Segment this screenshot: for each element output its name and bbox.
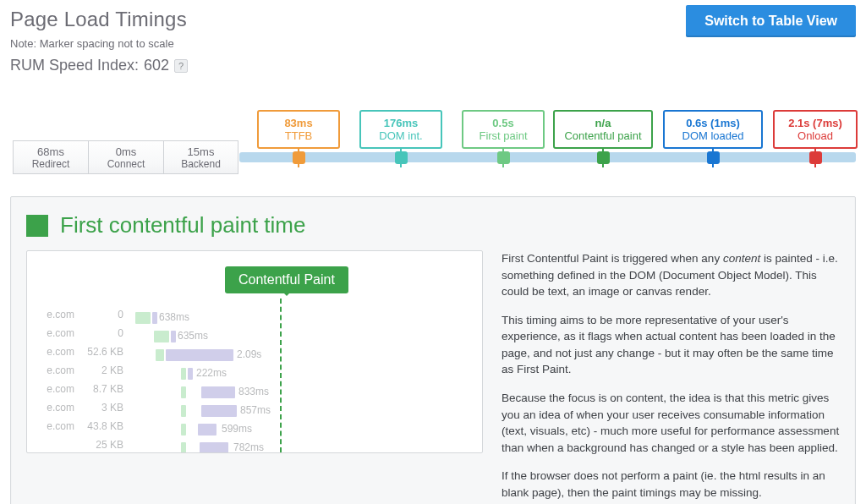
waterfall-row: e.com43.8 KB599ms <box>27 420 482 439</box>
panel-title: First contentful paint time <box>60 212 305 238</box>
marker-dom-node <box>395 151 408 164</box>
marker-dl-node <box>707 151 720 164</box>
timeline-track <box>239 152 856 162</box>
waterfall-row: e.com52.6 KB2.09s <box>27 346 482 364</box>
marker-ttfb-node <box>293 151 305 164</box>
note-text: Note: Marker spacing not to scale <box>10 37 856 50</box>
marker-cp-node <box>597 151 610 164</box>
timeline: 68msRedirect0msConnect15msBackend 83ms T… <box>10 81 856 174</box>
contentful-paint-flag: Contentful Paint <box>225 266 348 293</box>
marker-onl-node <box>809 151 822 164</box>
waterfall-row: e.com8.7 KB833ms <box>27 383 482 402</box>
marker-onload[interactable]: 2.1s (7ms) Onload <box>773 110 858 149</box>
marker-contentful-paint[interactable]: n/a Contentful paint <box>553 110 653 149</box>
switch-table-view-button[interactable]: Switch to Table View <box>686 5 856 37</box>
marker-ttfb[interactable]: 83ms TTFB <box>257 110 340 149</box>
help-icon[interactable]: ? <box>174 59 188 73</box>
pre-phase-redirect[interactable]: 68msRedirect <box>13 140 88 174</box>
detail-panel: First contentful paint time Contentful P… <box>10 196 856 504</box>
rum-speed-index: RUM Speed Index: 602 ? <box>10 57 856 74</box>
rum-label: RUM Speed Index: <box>10 57 139 74</box>
waterfall-rows: e.com0638mse.com0635mse.com52.6 KB2.09se… <box>27 309 482 453</box>
page-title: Page Load Timings <box>10 8 187 31</box>
panel-color-icon <box>26 215 48 237</box>
pre-phase-connect[interactable]: 0msConnect <box>88 140 163 174</box>
marker-dom-interactive[interactable]: 176ms DOM int. <box>359 110 442 149</box>
marker-fp-node <box>497 151 510 164</box>
waterfall-row: e.com0638ms <box>27 309 482 327</box>
marker-dom-loaded[interactable]: 0.6s (1ms) DOM loaded <box>663 110 763 149</box>
rum-value: 602 <box>144 57 169 74</box>
waterfall-row: e.com0635ms <box>27 327 482 346</box>
panel-description: First Contentful Paint is triggered when… <box>502 250 840 504</box>
waterfall-preview[interactable]: Contentful Paint e.com0638mse.com0635mse… <box>26 250 483 453</box>
pre-phase-backend[interactable]: 15msBackend <box>163 140 238 174</box>
waterfall-row: e.com2 KB222ms <box>27 364 482 383</box>
marker-first-paint[interactable]: 0.5s First paint <box>462 110 545 149</box>
waterfall-row: e.com3 KB857ms <box>27 402 482 420</box>
pre-phases: 68msRedirect0msConnect15msBackend <box>13 140 238 174</box>
waterfall-row: 25 KB782ms <box>27 439 482 453</box>
